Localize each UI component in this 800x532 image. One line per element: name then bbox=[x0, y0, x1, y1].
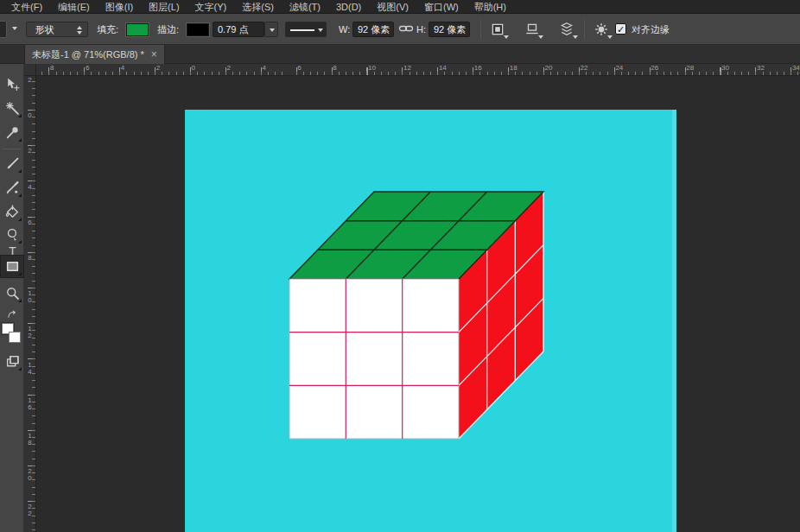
move-tool[interactable] bbox=[0, 73, 24, 96]
link-dimensions-icon[interactable] bbox=[397, 21, 413, 38]
stroke-style-dropdown[interactable] bbox=[285, 22, 327, 37]
h-ruler-label: 26 bbox=[651, 65, 658, 72]
magic-wand-tool[interactable] bbox=[0, 97, 24, 120]
stroke-label: 描边: bbox=[157, 23, 179, 35]
menu-item-file[interactable]: 文件(F) bbox=[3, 0, 50, 14]
v-ruler-label: 2 bbox=[24, 148, 35, 155]
path-arrangement-button[interactable] bbox=[558, 21, 577, 38]
shape-width-label: W: bbox=[339, 23, 350, 35]
v-ruler-label: 6 bbox=[24, 219, 35, 226]
h-ruler-label: 12 bbox=[403, 65, 411, 72]
photoshop-window: 文件(F)编辑(E)图像(I)图层(L)文字(Y)选择(S)滤镜(T)3D(D)… bbox=[0, 0, 800, 532]
rectangle-tool[interactable] bbox=[0, 255, 24, 278]
h-ruler-label: 34 bbox=[792, 65, 800, 72]
document-tab[interactable]: 未标题-1 @ 71%(RGB/8) * × bbox=[24, 45, 165, 64]
v-ruler-label: 22 bbox=[24, 504, 35, 517]
swap-colors-icon[interactable] bbox=[0, 307, 24, 322]
rubiks-cube-drawing bbox=[185, 110, 676, 532]
h-ruler-label: 6 bbox=[297, 65, 301, 72]
ruler-corner[interactable] bbox=[24, 64, 36, 76]
cube-front-face bbox=[289, 279, 459, 439]
toolbar-divider bbox=[3, 149, 22, 149]
tool-mode-dropdown[interactable]: 形状 bbox=[26, 22, 88, 37]
options-separator bbox=[480, 20, 481, 39]
brush-tool[interactable] bbox=[0, 152, 24, 175]
fill-label: 填充: bbox=[97, 23, 118, 35]
h-ruler-label: 16 bbox=[474, 65, 482, 72]
h-ruler-label: 28 bbox=[686, 65, 694, 72]
shape-width-field[interactable]: 92 像素 bbox=[352, 22, 394, 37]
tool-options-bar: 形状 填充: 描边: 0.79 点 W: 92 像素 H: bbox=[0, 14, 800, 45]
gear-settings-button[interactable] bbox=[593, 21, 612, 38]
stroke-style-line-icon bbox=[290, 29, 314, 31]
menu-bar: 文件(F)编辑(E)图像(I)图层(L)文字(Y)选择(S)滤镜(T)3D(D)… bbox=[0, 0, 800, 14]
menu-item-type[interactable]: 文字(Y) bbox=[187, 0, 235, 14]
h-ruler-label: 24 bbox=[615, 65, 623, 72]
menu-item-layer[interactable]: 图层(L) bbox=[141, 0, 187, 14]
h-ruler-label: 4 bbox=[121, 65, 124, 72]
menu-item-edit[interactable]: 编辑(E) bbox=[50, 0, 98, 14]
canvas-edge-highlight bbox=[672, 110, 676, 532]
h-ruler-label: 32 bbox=[757, 65, 765, 72]
h-ruler-label: 2 bbox=[156, 65, 160, 72]
align-edges-checkbox[interactable]: ✓ bbox=[615, 23, 626, 35]
menu-item-image[interactable]: 图像(I) bbox=[98, 0, 141, 14]
h-ruler-label: 4 bbox=[262, 65, 265, 72]
mixer-brush-tool[interactable] bbox=[0, 176, 24, 200]
h-ruler-label: 22 bbox=[581, 65, 588, 72]
v-ruler-label: 14 bbox=[24, 362, 35, 376]
h-ruler-label: 18 bbox=[510, 65, 517, 72]
v-ruler-label: 2 bbox=[24, 77, 35, 84]
path-operations-button[interactable] bbox=[489, 21, 508, 38]
vertical-ruler[interactable]: 20246810121416182022 bbox=[24, 76, 36, 532]
menu-item-window[interactable]: 窗口(W) bbox=[416, 0, 467, 14]
stroke-width-field[interactable]: 0.79 点 bbox=[213, 22, 264, 37]
h-ruler-label: 6 bbox=[86, 65, 89, 72]
v-ruler-label: 18 bbox=[24, 433, 35, 446]
h-ruler-label: 30 bbox=[721, 65, 729, 72]
tool-mode-value: 形状 bbox=[35, 23, 54, 36]
h-ruler-label: 20 bbox=[545, 65, 553, 72]
menu-item-help[interactable]: 帮助(H) bbox=[467, 0, 514, 14]
v-ruler-label: 20 bbox=[24, 468, 35, 482]
foreground-background-colors[interactable] bbox=[0, 321, 24, 347]
v-ruler-label: 4 bbox=[24, 184, 35, 191]
v-ruler-label: 16 bbox=[24, 397, 35, 411]
horizontal-ruler[interactable]: 86420246810121416182022242628303234 bbox=[36, 64, 800, 76]
v-ruler-label: 0 bbox=[24, 112, 35, 119]
zoom-tool[interactable] bbox=[0, 282, 24, 305]
h-ruler-label: 8 bbox=[333, 65, 336, 72]
stroke-width-dropdown[interactable] bbox=[264, 22, 278, 37]
tab-close-icon[interactable]: × bbox=[151, 49, 157, 60]
path-alignment-button[interactable] bbox=[524, 21, 543, 38]
menu-item-view[interactable]: 视图(V) bbox=[369, 0, 416, 14]
paint-bucket-tool[interactable] bbox=[0, 200, 24, 224]
tool-preset-picker[interactable] bbox=[0, 21, 7, 38]
h-ruler-label: 14 bbox=[439, 65, 447, 72]
canvas-workspace[interactable] bbox=[36, 76, 800, 532]
stroke-color-swatch[interactable] bbox=[187, 23, 209, 36]
shape-height-label: H: bbox=[416, 23, 426, 35]
shape-height-field[interactable]: 92 像素 bbox=[429, 22, 470, 37]
align-edges-label: 对齐边缘 bbox=[632, 23, 670, 35]
options-separator bbox=[584, 20, 585, 39]
eyedropper-tool[interactable] bbox=[0, 121, 24, 144]
h-ruler-label: 10 bbox=[368, 65, 376, 72]
h-ruler-label: 8 bbox=[50, 65, 54, 72]
menu-item-3d[interactable]: 3D(D) bbox=[328, 0, 369, 14]
document-canvas[interactable] bbox=[185, 110, 676, 532]
document-tab-title: 未标题-1 @ 71%(RGB/8) * bbox=[32, 48, 144, 61]
tools-panel: T bbox=[0, 64, 24, 532]
h-ruler-label: 2 bbox=[227, 65, 231, 72]
v-ruler-label: 10 bbox=[24, 290, 35, 304]
v-ruler-label: 8 bbox=[24, 255, 35, 262]
v-ruler-label: 12 bbox=[24, 326, 35, 339]
screen-mode-icon[interactable] bbox=[0, 350, 24, 373]
document-tab-bar: 未标题-1 @ 71%(RGB/8) * × bbox=[0, 45, 800, 64]
menu-item-filter[interactable]: 滤镜(T) bbox=[282, 0, 328, 14]
dropdown-spinner-icon bbox=[77, 26, 82, 35]
menu-item-select[interactable]: 选择(S) bbox=[234, 0, 282, 14]
fill-color-swatch[interactable] bbox=[126, 23, 149, 36]
background-color-swatch[interactable] bbox=[9, 332, 21, 343]
tool-preset-caret-icon[interactable] bbox=[12, 27, 17, 30]
